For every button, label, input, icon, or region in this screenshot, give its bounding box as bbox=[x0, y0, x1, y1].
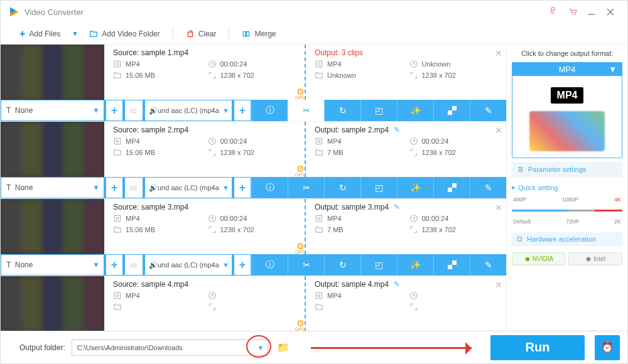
crop-tool[interactable]: ◰ bbox=[360, 254, 397, 276]
output-folder-input[interactable]: C:\Users\Administrator\Downloads▼ bbox=[72, 340, 269, 356]
cc-button[interactable]: cc bbox=[124, 100, 143, 121]
info-tool[interactable]: ⓘ bbox=[251, 177, 288, 198]
film-icon bbox=[315, 214, 323, 223]
account-icon[interactable] bbox=[544, 6, 563, 18]
rotate-tool[interactable]: ↻ bbox=[324, 100, 360, 121]
remove-item-button[interactable]: ✕ bbox=[495, 280, 502, 290]
crop-tool[interactable]: ◰ bbox=[360, 177, 397, 198]
watermark-tool[interactable]: 🙾 bbox=[433, 254, 470, 276]
main-toolbar: +Add Files ▼ Add Video Folder Clear Merg… bbox=[1, 23, 627, 45]
crop-tool[interactable]: ◰ bbox=[360, 100, 397, 121]
dims-icon bbox=[208, 71, 217, 80]
preset-row-1: 480P1080P4K bbox=[512, 195, 622, 204]
list-item: Source: sample 4.mp4 MP4 GPU ✕ Output: s… bbox=[1, 276, 506, 331]
watermark-tool[interactable]: 🙾 bbox=[433, 100, 470, 121]
chip-icon bbox=[516, 235, 523, 243]
add-files-button[interactable]: +Add Files bbox=[13, 26, 67, 42]
rotate-tool[interactable]: ↻ bbox=[324, 177, 360, 198]
cc-button[interactable]: cc bbox=[124, 254, 143, 276]
file-icon bbox=[113, 71, 122, 80]
add-audio-button[interactable]: + bbox=[234, 177, 251, 198]
clear-button[interactable]: Clear bbox=[180, 27, 223, 41]
cut-tool[interactable]: ✂ bbox=[288, 177, 324, 198]
source-panel: Source: sample 4.mp4 MP4 GPU bbox=[104, 276, 306, 331]
svg-point-36 bbox=[587, 257, 591, 261]
subtitle-dropdown[interactable]: T None▼ bbox=[1, 100, 104, 121]
svg-point-11 bbox=[318, 63, 320, 65]
schedule-button[interactable]: ⏰ bbox=[595, 335, 620, 360]
subtitle-dropdown[interactable]: T None▼ bbox=[1, 177, 104, 198]
add-files-dropdown-icon[interactable]: ▼ bbox=[69, 30, 80, 37]
rotate-tool[interactable]: ↻ bbox=[324, 254, 360, 276]
svg-rect-28 bbox=[316, 292, 322, 298]
edit-tool[interactable]: ✎ bbox=[470, 254, 506, 276]
clock-icon bbox=[208, 214, 217, 223]
browse-folder-button[interactable]: 📁 bbox=[274, 340, 292, 355]
clock-icon bbox=[409, 291, 418, 300]
list-item: Source: sample 3.mp4 MP4 00:00:24 15.06 … bbox=[1, 199, 506, 276]
merge-button[interactable]: Merge bbox=[236, 27, 282, 41]
audio-dropdown[interactable]: 🔊 und aac (LC) (mp4a▼ bbox=[144, 100, 232, 121]
quality-slider[interactable] bbox=[512, 210, 622, 211]
add-audio-button[interactable]: + bbox=[234, 254, 251, 276]
subtitle-dropdown[interactable]: T None▼ bbox=[1, 254, 104, 276]
svg-point-31 bbox=[519, 167, 520, 168]
video-thumbnail[interactable] bbox=[1, 276, 104, 331]
edit-output-icon[interactable]: ✎ bbox=[394, 280, 400, 289]
film-icon bbox=[113, 60, 122, 68]
hardware-accel-button[interactable]: Hardware acceleration bbox=[512, 232, 622, 246]
format-selector[interactable]: MP4▼ MP4 bbox=[512, 62, 622, 158]
edit-tool[interactable]: ✎ bbox=[470, 100, 506, 121]
dims-icon bbox=[208, 225, 217, 234]
edit-tool[interactable]: ✎ bbox=[470, 177, 506, 198]
source-panel: Source: sample 3.mp4 MP4 00:00:24 15.06 … bbox=[104, 199, 306, 254]
svg-rect-22 bbox=[316, 215, 322, 221]
video-thumbnail[interactable] bbox=[1, 199, 104, 254]
svg-point-2 bbox=[571, 14, 573, 15]
intel-badge: Intel bbox=[568, 252, 622, 265]
add-subtitle-button[interactable]: + bbox=[106, 100, 123, 121]
cut-tool[interactable]: ✂ bbox=[288, 254, 324, 276]
gpu-badge-icon: GPU bbox=[295, 88, 306, 101]
effects-tool[interactable]: ✨ bbox=[397, 100, 433, 121]
add-folder-button[interactable]: Add Video Folder bbox=[83, 27, 166, 41]
video-thumbnail[interactable] bbox=[1, 122, 104, 177]
run-button[interactable]: Run bbox=[490, 335, 585, 360]
info-tool[interactable]: ⓘ bbox=[251, 254, 288, 276]
item-list: Source: sample 1.mp4 MP4 00:00:24 15.06 … bbox=[1, 45, 507, 331]
effects-tool[interactable]: ✨ bbox=[397, 177, 433, 198]
svg-rect-5 bbox=[244, 31, 246, 36]
watermark-tool[interactable]: 🙾 bbox=[433, 177, 470, 198]
merge-icon bbox=[242, 29, 251, 38]
info-tool[interactable]: ⓘ bbox=[251, 100, 288, 121]
cc-button[interactable]: cc bbox=[124, 177, 143, 198]
remove-item-button[interactable]: ✕ bbox=[495, 126, 502, 136]
edit-output-icon[interactable]: ✎ bbox=[394, 203, 400, 211]
title-bar: Video Converter bbox=[1, 1, 627, 23]
svg-point-35 bbox=[525, 257, 529, 261]
close-button[interactable] bbox=[601, 6, 620, 18]
add-audio-button[interactable]: + bbox=[234, 100, 251, 121]
add-subtitle-button[interactable]: + bbox=[106, 177, 123, 198]
minimize-button[interactable] bbox=[582, 6, 601, 18]
clock-icon bbox=[409, 214, 418, 223]
film-icon bbox=[315, 60, 323, 68]
remove-item-button[interactable]: ✕ bbox=[495, 203, 502, 213]
dims-icon bbox=[409, 71, 418, 80]
parameter-settings-button[interactable]: Parameter settings bbox=[512, 162, 622, 177]
output-panel: ✕ Output: sample 3.mp4✎ MP4 00:00:24 7 M… bbox=[306, 199, 506, 254]
audio-dropdown[interactable]: 🔊 und aac (LC) (mp4a▼ bbox=[144, 177, 232, 198]
effects-tool[interactable]: ✨ bbox=[397, 254, 433, 276]
cut-tool[interactable]: ✂ bbox=[288, 100, 324, 121]
cart-icon[interactable] bbox=[563, 6, 582, 18]
item-controls: T None▼ + cc 🔊 und aac (LC) (mp4a▼ + ⓘ ✂… bbox=[1, 100, 506, 121]
audio-dropdown[interactable]: 🔊 und aac (LC) (mp4a▼ bbox=[144, 254, 232, 276]
remove-item-button[interactable]: ✕ bbox=[495, 48, 502, 58]
file-icon bbox=[315, 148, 323, 157]
change-format-label: Click to change output format: bbox=[512, 48, 622, 58]
add-subtitle-button[interactable]: + bbox=[106, 254, 123, 276]
edit-output-icon[interactable]: ✎ bbox=[394, 126, 400, 134]
svg-point-23 bbox=[318, 217, 320, 220]
video-thumbnail[interactable] bbox=[1, 45, 104, 100]
clock-icon bbox=[409, 137, 418, 146]
